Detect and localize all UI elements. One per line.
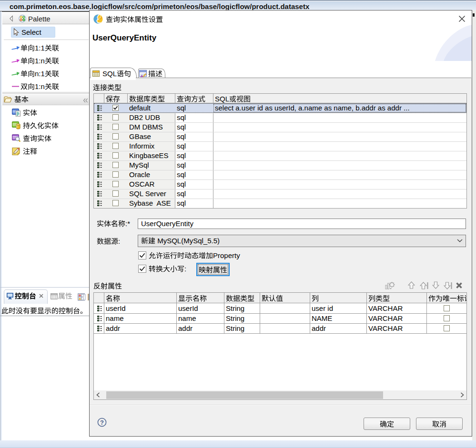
svg-text:?: ? <box>100 419 104 426</box>
